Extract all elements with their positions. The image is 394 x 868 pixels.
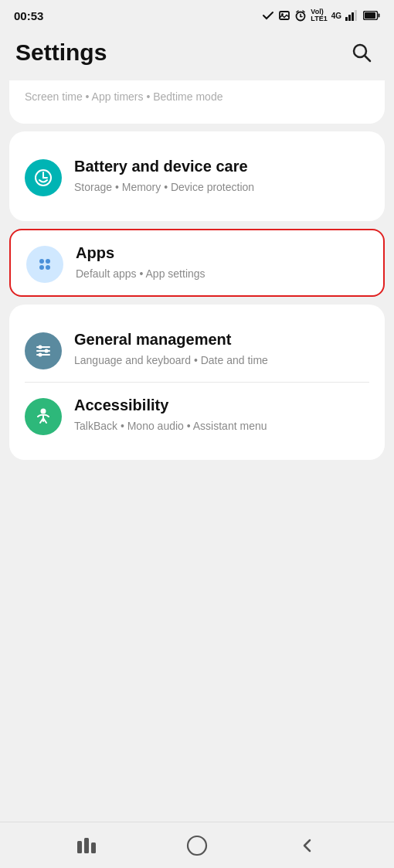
svg-point-18 [46, 259, 50, 264]
svg-point-27 [41, 409, 46, 414]
home-button[interactable] [178, 830, 216, 861]
battery-device-icon [32, 167, 54, 189]
recents-icon [77, 838, 96, 853]
search-icon [350, 41, 373, 64]
svg-rect-8 [348, 15, 351, 21]
page-title: Settings [15, 39, 107, 66]
svg-line-15 [365, 56, 370, 61]
accessibility-item[interactable]: Accessibility TalkBack • Mono audio • As… [25, 382, 369, 448]
battery-item[interactable]: Battery and device care Storage • Memory… [25, 144, 369, 209]
svg-rect-10 [355, 10, 357, 21]
battery-subtitle: Storage • Memory • Device protection [74, 179, 369, 196]
battery-icon [363, 11, 380, 20]
home-circle-icon [186, 835, 208, 856]
apps-item[interactable]: Apps Default apps • App settings [26, 230, 368, 295]
check-icon [262, 9, 274, 22]
general-text: General management Language and keyboard… [74, 329, 369, 369]
apps-title: Apps [76, 243, 368, 263]
svg-point-24 [39, 345, 42, 349]
general-title: General management [74, 329, 369, 349]
accessibility-title: Accessibility [74, 395, 369, 415]
svg-point-19 [39, 265, 44, 270]
image-icon [278, 9, 290, 22]
svg-rect-31 [77, 841, 82, 853]
status-time: 00:53 [14, 9, 43, 22]
apps-subtitle: Default apps • App settings [76, 266, 368, 282]
general-card[interactable]: General management Language and keyboard… [9, 305, 385, 460]
back-button[interactable] [288, 830, 327, 861]
general-icon-circle [25, 332, 62, 369]
accessibility-subtitle: TalkBack • Mono audio • Assistant menu [74, 418, 369, 434]
battery-icon-circle [25, 159, 62, 196]
screen-time-card[interactable]: Screen time • App timers • Bedtime mode [9, 80, 385, 124]
svg-point-34 [188, 836, 206, 855]
svg-line-5 [297, 11, 298, 12]
svg-line-6 [303, 11, 304, 12]
screen-time-subtitle: Screen time • App timers • Bedtime mode [25, 85, 369, 111]
svg-rect-7 [345, 17, 348, 21]
app-header: Settings [0, 28, 394, 80]
apps-text: Apps Default apps • App settings [76, 243, 368, 282]
general-item[interactable]: General management Language and keyboard… [25, 317, 369, 382]
svg-point-20 [46, 265, 50, 270]
svg-point-17 [39, 259, 44, 264]
back-chevron-icon [299, 837, 316, 854]
status-bar: 00:53 Vol) LTE1 4G [0, 0, 394, 28]
general-subtitle: Language and keyboard • Date and time [74, 352, 369, 369]
svg-rect-12 [379, 14, 380, 18]
battery-text: Battery and device care Storage • Memory… [74, 156, 369, 196]
accessibility-text: Accessibility TalkBack • Mono audio • As… [74, 395, 369, 434]
svg-point-25 [45, 349, 49, 353]
search-button[interactable] [345, 36, 379, 70]
svg-point-26 [39, 353, 42, 357]
accessibility-icon-circle [25, 398, 62, 435]
alarm-icon [294, 9, 307, 22]
network-label: Vol) LTE1 [311, 9, 327, 22]
recents-button[interactable] [67, 830, 106, 861]
status-icons: Vol) LTE1 4G [262, 9, 380, 22]
signal-icon [345, 10, 359, 21]
apps-icon-circle [26, 246, 63, 283]
navigation-bar [0, 822, 394, 868]
svg-rect-9 [352, 12, 354, 21]
general-management-icon [33, 341, 53, 361]
battery-card[interactable]: Battery and device care Storage • Memory… [9, 131, 385, 221]
svg-rect-32 [84, 838, 89, 853]
settings-list: Screen time • App timers • Bedtime mode … [0, 80, 394, 460]
4g-label: 4G [331, 12, 341, 20]
apps-card[interactable]: Apps Default apps • App settings [9, 229, 385, 297]
svg-rect-13 [365, 12, 375, 19]
apps-grid-icon [35, 254, 55, 274]
svg-rect-33 [91, 842, 96, 853]
battery-title: Battery and device care [74, 156, 369, 176]
accessibility-person-icon [32, 406, 54, 427]
